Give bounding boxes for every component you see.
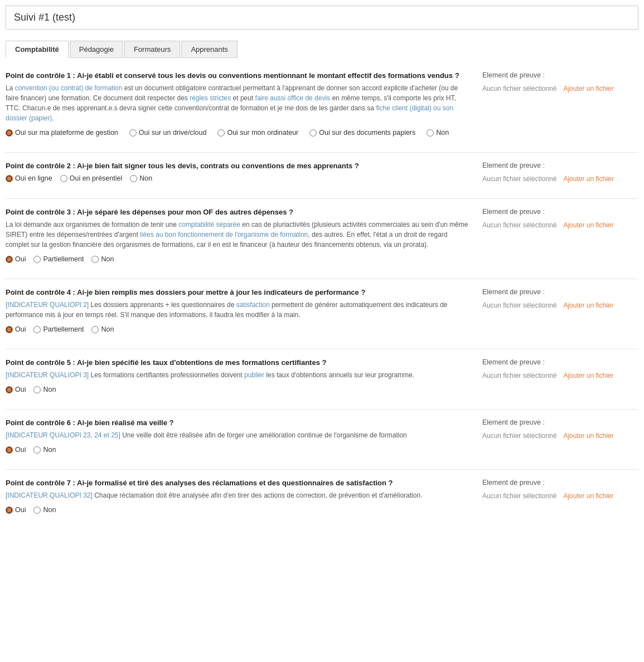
- checkpoint-7-left: Point de contrôle 7 : Ai-je formalisé et…: [6, 479, 471, 514]
- add-file-btn-1[interactable]: Ajouter un fichier: [563, 85, 613, 93]
- file-text-4: Aucun fichier sélectionné: [482, 301, 556, 309]
- element-preuve-label-3: Element de preuve :: [482, 208, 638, 216]
- file-text-2: Aucun fichier sélectionné: [482, 175, 556, 183]
- checkpoint-1-title: Point de contrôle 1 : Ai-je établi et co…: [6, 71, 471, 80]
- checkpoint-6: Point de contrôle 6 : Ai-je bien réalisé…: [6, 418, 638, 454]
- checkpoint-7-right: Element de preuve : Aucun fichier sélect…: [482, 479, 638, 514]
- checkpoint-7-desc: [INDICATEUR QUALIOPI 32] Chaque réclamat…: [6, 490, 471, 500]
- tabs-container: Comptabilité Pédagogie Formateurs Appren…: [6, 41, 638, 58]
- radio-3-oui[interactable]: Oui: [6, 255, 26, 263]
- radio-3-partiellement[interactable]: Partiellement: [33, 255, 84, 263]
- checkpoint-1-right: Element de preuve : Aucun fichier sélect…: [482, 71, 638, 137]
- radio-2-presentiel[interactable]: Oui en présentiel: [60, 174, 123, 182]
- add-file-btn-2[interactable]: Ajouter un fichier: [563, 175, 613, 183]
- checkpoint-2-title: Point de contrôle 2 : Ai-je bien fait si…: [6, 162, 471, 170]
- radio-4-oui[interactable]: Oui: [6, 325, 26, 333]
- checkpoint-1: Point de contrôle 1 : Ai-je établi et co…: [6, 71, 638, 137]
- page-title: Suivi #1 (test): [6, 6, 638, 30]
- checkpoint-5-options: Oui Non: [6, 386, 471, 393]
- checkpoint-3-options: Oui Partiellement Non: [6, 255, 471, 263]
- checkpoint-5-left: Point de contrôle 5 : Ai-je bien spécifi…: [6, 358, 471, 393]
- radio-1-non[interactable]: Non: [427, 129, 449, 137]
- checkpoint-1-options: Oui sur ma plateforme de gestion Oui sur…: [6, 129, 471, 137]
- file-text-1: Aucun fichier sélectionné: [482, 85, 556, 93]
- checkpoint-7: Point de contrôle 7 : Ai-je formalisé et…: [6, 479, 638, 514]
- radio-1-ordinateur[interactable]: Oui sur mon ordinateur: [217, 129, 298, 137]
- checkpoint-6-options: Oui Non: [6, 446, 471, 454]
- sections-container: Point de contrôle 1 : Ai-je établi et co…: [6, 71, 638, 514]
- tab-formateurs[interactable]: Formateurs: [124, 41, 180, 58]
- add-file-btn-5[interactable]: Ajouter un fichier: [563, 372, 613, 379]
- checkpoint-3-right: Element de preuve : Aucun fichier sélect…: [482, 208, 638, 263]
- file-text-6: Aucun fichier sélectionné: [482, 432, 556, 440]
- file-text-3: Aucun fichier sélectionné: [482, 221, 556, 229]
- file-text-7: Aucun fichier sélectionné: [482, 492, 556, 500]
- checkpoint-6-right: Element de preuve : Aucun fichier sélect…: [482, 418, 638, 454]
- checkpoint-5-title: Point de contrôle 5 : Ai-je bien spécifi…: [6, 358, 471, 367]
- checkpoint-3-desc: La loi demande aux organismes de formati…: [6, 220, 471, 250]
- checkpoint-6-desc: [INDICATEUR QUALIOPI 23, 24 et 25] Une v…: [6, 430, 471, 440]
- radio-7-oui[interactable]: Oui: [6, 506, 26, 514]
- radio-2-non[interactable]: Non: [130, 174, 152, 182]
- tab-apprenants[interactable]: Apprenants: [181, 41, 238, 58]
- checkpoint-2-right: Element de preuve : Aucun fichier sélect…: [482, 162, 638, 183]
- radio-3-non[interactable]: Non: [91, 255, 114, 263]
- file-row-4: Aucun fichier sélectionné Ajouter un fic…: [482, 301, 638, 309]
- file-row-1: Aucun fichier sélectionné Ajouter un fic…: [482, 85, 638, 93]
- radio-1-papiers[interactable]: Oui sur des documents papiers: [309, 129, 415, 137]
- radio-1-drive[interactable]: Oui sur un drive/cloud: [129, 129, 207, 137]
- file-row-6: Aucun fichier sélectionné Ajouter un fic…: [482, 432, 638, 440]
- checkpoint-3: Point de contrôle 3 : Ai-je séparé les d…: [6, 208, 638, 263]
- checkpoint-6-title: Point de contrôle 6 : Ai-je bien réalisé…: [6, 418, 471, 427]
- checkpoint-4: Point de contrôle 4 : Ai-je bien remplis…: [6, 288, 638, 333]
- radio-5-oui[interactable]: Oui: [6, 386, 26, 393]
- element-preuve-label-5: Element de preuve :: [482, 358, 638, 366]
- radio-6-oui[interactable]: Oui: [6, 446, 26, 454]
- element-preuve-label-2: Element de preuve :: [482, 162, 638, 169]
- checkpoint-4-options: Oui Partiellement Non: [6, 325, 471, 333]
- element-preuve-label-4: Element de preuve :: [482, 288, 638, 296]
- radio-4-partiellement[interactable]: Partiellement: [33, 325, 84, 333]
- file-row-2: Aucun fichier sélectionné Ajouter un fic…: [482, 175, 638, 183]
- checkpoint-5-desc: [INDICATEUR QUALIOPI 3] Les formations c…: [6, 370, 471, 380]
- checkpoint-2-left: Point de contrôle 2 : Ai-je bien fait si…: [6, 162, 471, 183]
- checkpoint-2-options: Oui en ligne Oui en présentiel Non: [6, 174, 471, 182]
- radio-4-non[interactable]: Non: [91, 325, 114, 333]
- checkpoint-6-left: Point de contrôle 6 : Ai-je bien réalisé…: [6, 418, 471, 454]
- checkpoint-1-left: Point de contrôle 1 : Ai-je établi et co…: [6, 71, 471, 137]
- checkpoint-1-desc: La convention (ou contrat) de formation …: [6, 83, 471, 123]
- checkpoint-5-right: Element de preuve : Aucun fichier sélect…: [482, 358, 638, 393]
- element-preuve-label-6: Element de preuve :: [482, 418, 638, 426]
- checkpoint-4-title: Point de contrôle 4 : Ai-je bien remplis…: [6, 288, 471, 296]
- element-preuve-label-7: Element de preuve :: [482, 479, 638, 486]
- add-file-btn-6[interactable]: Ajouter un fichier: [563, 432, 613, 440]
- checkpoint-3-title: Point de contrôle 3 : Ai-je séparé les d…: [6, 208, 471, 216]
- file-row-3: Aucun fichier sélectionné Ajouter un fic…: [482, 221, 638, 229]
- tab-comptabilite[interactable]: Comptabilité: [6, 41, 69, 58]
- add-file-btn-7[interactable]: Ajouter un fichier: [563, 492, 613, 500]
- radio-7-non[interactable]: Non: [33, 506, 56, 514]
- radio-6-non[interactable]: Non: [33, 446, 56, 454]
- radio-5-non[interactable]: Non: [33, 386, 56, 393]
- checkpoint-4-desc: [INDICATEUR QUALIOPI 2] Les dossiers app…: [6, 300, 471, 320]
- tab-pedagogie[interactable]: Pédagogie: [70, 41, 123, 58]
- radio-1-plateforme[interactable]: Oui sur ma plateforme de gestion: [6, 129, 118, 137]
- file-row-5: Aucun fichier sélectionné Ajouter un fic…: [482, 372, 638, 379]
- checkpoint-7-options: Oui Non: [6, 506, 471, 514]
- checkpoint-7-title: Point de contrôle 7 : Ai-je formalisé et…: [6, 479, 471, 487]
- checkpoint-4-left: Point de contrôle 4 : Ai-je bien remplis…: [6, 288, 471, 333]
- add-file-btn-4[interactable]: Ajouter un fichier: [563, 301, 613, 309]
- checkpoint-4-right: Element de preuve : Aucun fichier sélect…: [482, 288, 638, 333]
- element-preuve-label-1: Element de preuve :: [482, 71, 638, 79]
- add-file-btn-3[interactable]: Ajouter un fichier: [563, 221, 613, 229]
- checkpoint-2: Point de contrôle 2 : Ai-je bien fait si…: [6, 162, 638, 183]
- checkpoint-5: Point de contrôle 5 : Ai-je bien spécifi…: [6, 358, 638, 393]
- checkpoint-3-left: Point de contrôle 3 : Ai-je séparé les d…: [6, 208, 471, 263]
- radio-2-enligne[interactable]: Oui en ligne: [6, 174, 52, 182]
- file-text-5: Aucun fichier sélectionné: [482, 372, 556, 379]
- file-row-7: Aucun fichier sélectionné Ajouter un fic…: [482, 492, 638, 500]
